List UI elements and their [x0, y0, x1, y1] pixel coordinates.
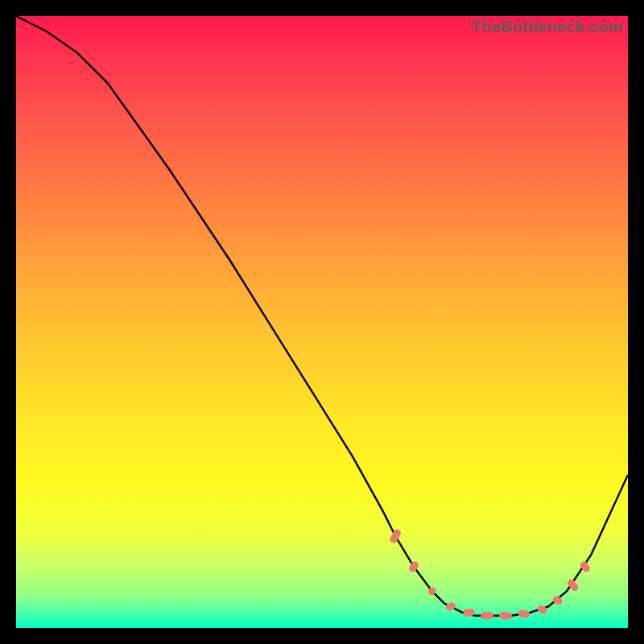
- marker-pill: [389, 528, 402, 544]
- bottleneck-curve-path: [16, 16, 628, 616]
- marker-pill: [518, 609, 530, 618]
- marker-pill: [499, 612, 512, 620]
- marker-pill: [444, 601, 456, 612]
- marker-pill: [481, 612, 493, 619]
- bottleneck-curve-svg: [16, 16, 628, 628]
- marker-pill: [536, 605, 547, 615]
- chart-frame: TheBottleneck.com: [16, 16, 628, 628]
